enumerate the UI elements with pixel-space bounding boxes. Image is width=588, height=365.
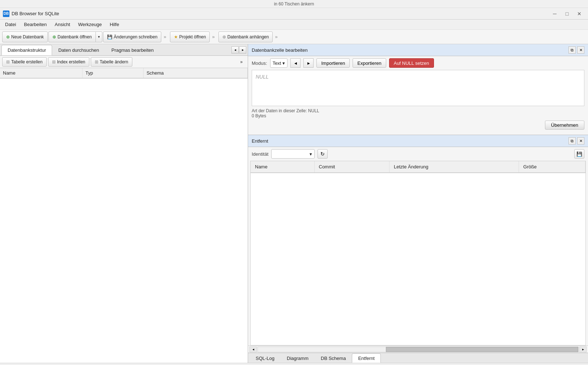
null-button[interactable]: Auf NULL setzen bbox=[389, 58, 434, 68]
left-panel: Datenbankstruktur Daten durchsuchen Prag… bbox=[0, 44, 248, 363]
structure-table: Name Typ Schema bbox=[0, 68, 248, 79]
scroll-thumb bbox=[386, 347, 578, 352]
toolbar-more-2: » bbox=[212, 34, 214, 39]
projekt-offnen-button[interactable]: ★ Projekt öffnen bbox=[170, 32, 210, 42]
tabelle-erstellen-label: Tabelle erstellen bbox=[11, 59, 43, 64]
cell-textarea[interactable]: NULL bbox=[252, 70, 584, 106]
datenbank-offnen-dropdown[interactable]: ▾ bbox=[95, 32, 102, 42]
menu-ansicht[interactable]: Ansicht bbox=[51, 20, 74, 29]
anderungen-schreiben-label: Änderungen schreiben bbox=[114, 34, 158, 39]
mode-label: Modus: bbox=[252, 60, 267, 66]
close-button[interactable]: ✕ bbox=[574, 9, 585, 18]
cell-editor-controls: ⧉ ✕ bbox=[568, 46, 584, 54]
window-title-partial: in 60 Tischen änkern bbox=[274, 1, 314, 7]
projekt-offnen-label: Projekt öffnen bbox=[179, 34, 206, 39]
cell-editor-restore[interactable]: ⧉ bbox=[568, 46, 576, 54]
status-bar: UTF-8 bbox=[0, 363, 588, 365]
tab-daten-durchsuchen[interactable]: Daten durchsuchen bbox=[52, 45, 105, 55]
cell-editor-header: Datenbankzelle bearbeiten ⧉ ✕ bbox=[248, 44, 588, 56]
scroll-left-button[interactable]: ◂ bbox=[250, 347, 257, 352]
menu-werkzeuge[interactable]: Werkzeuge bbox=[74, 20, 106, 29]
neue-datenbank-button[interactable]: ⊕ Neue Datenbank bbox=[2, 32, 48, 42]
remote-title: Entfernt bbox=[252, 138, 268, 144]
title-bar: DB DB Browser for SQLite ─ □ ✕ bbox=[0, 8, 588, 20]
remote-col-name: Name bbox=[251, 161, 314, 173]
col-schema-header: Schema bbox=[144, 68, 248, 78]
col-name-header: Name bbox=[0, 68, 82, 78]
datenbank-anhangen-button[interactable]: ⊕ Datenbank anhängen bbox=[218, 32, 273, 42]
remote-close[interactable]: ✕ bbox=[577, 137, 584, 144]
identity-refresh-button[interactable]: ↻ bbox=[318, 149, 328, 159]
left-tab-bar: Datenbankstruktur Daten durchsuchen Prag… bbox=[0, 44, 248, 56]
tab-datenbankstruktur[interactable]: Datenbankstruktur bbox=[1, 45, 52, 55]
projekt-offnen-icon: ★ bbox=[174, 34, 178, 39]
app-icon: DB bbox=[3, 11, 9, 17]
tab-nav-next[interactable]: ▸ bbox=[239, 46, 246, 54]
index-erstellen-label: Index erstellen bbox=[57, 59, 85, 64]
scroll-right-button[interactable]: ▸ bbox=[579, 347, 587, 352]
tab-diagramm[interactable]: Diagramm bbox=[281, 353, 315, 363]
tab-db-schema[interactable]: DB Schema bbox=[315, 353, 352, 363]
remote-restore[interactable]: ⧉ bbox=[568, 137, 576, 144]
menu-bar: Datei Bearbeiten Ansicht Werkzeuge Hilfe bbox=[0, 20, 588, 30]
datenbank-anhangen-icon: ⊕ bbox=[222, 34, 226, 39]
right-panel: Datenbankzelle bearbeiten ⧉ ✕ Modus: Tex… bbox=[248, 44, 588, 363]
menu-datei[interactable]: Datei bbox=[1, 20, 20, 29]
cell-type-text: Art der Daten in dieser Zelle: NULL bbox=[252, 108, 584, 113]
remote-col-letzte: Letzte Änderung bbox=[389, 161, 519, 173]
identity-chevron-icon: ▾ bbox=[310, 151, 312, 157]
tab-nav-prev[interactable]: ◂ bbox=[231, 46, 239, 54]
minimize-button[interactable]: ─ bbox=[549, 9, 561, 18]
datenbank-offnen-button[interactable]: ⊕ Datenbank öffnen bbox=[48, 32, 95, 42]
cell-actions: Übernehmen bbox=[248, 121, 588, 132]
neue-datenbank-icon: ⊕ bbox=[6, 34, 10, 39]
tabelle-erstellen-icon: ⊞ bbox=[6, 59, 10, 64]
ubernehmen-button[interactable]: Übernehmen bbox=[545, 121, 584, 130]
mode-chevron-icon: ▾ bbox=[282, 60, 285, 66]
main-toolbar: ⊕ Neue Datenbank ⊕ Datenbank öffnen ▾ 💾 … bbox=[0, 30, 588, 44]
identity-bar: Identität ▾ ↻ 💾 bbox=[248, 147, 588, 161]
main-container: Datenbankstruktur Daten durchsuchen Prag… bbox=[0, 44, 588, 363]
col-typ-header: Typ bbox=[82, 68, 144, 78]
identity-dropdown[interactable]: ▾ bbox=[271, 149, 315, 159]
tabelle-erstellen-button[interactable]: ⊞ Tabelle erstellen bbox=[2, 57, 47, 67]
cell-type-info: Art der Daten in dieser Zelle: NULL 0 By… bbox=[248, 106, 588, 121]
import-button[interactable]: Importieren bbox=[316, 58, 350, 68]
refresh-icon: ↻ bbox=[320, 151, 325, 157]
mode-dropdown[interactable]: Text ▾ bbox=[270, 58, 288, 68]
remote-header: Entfernt ⧉ ✕ bbox=[248, 135, 588, 147]
export-button[interactable]: Exportieren bbox=[353, 58, 386, 68]
cell-editor-panel: Datenbankzelle bearbeiten ⧉ ✕ Modus: Tex… bbox=[248, 44, 588, 135]
sub-toolbar-more[interactable]: » bbox=[237, 58, 246, 66]
index-erstellen-button[interactable]: ⊞ Index erstellen bbox=[48, 57, 89, 67]
mode-prev-btn[interactable]: ◂ bbox=[290, 58, 301, 68]
datenbank-offnen-icon: ⊕ bbox=[52, 34, 56, 39]
cell-null-value: NULL bbox=[252, 70, 584, 83]
identity-save-button[interactable]: 💾 bbox=[574, 149, 584, 159]
datenbank-offnen-group: ⊕ Datenbank öffnen ▾ bbox=[48, 32, 102, 42]
anderungen-schreiben-icon: 💾 bbox=[107, 34, 112, 39]
tab-pragmas-bearbeiten[interactable]: Pragmas bearbeiten bbox=[105, 45, 160, 55]
menu-hilfe[interactable]: Hilfe bbox=[106, 20, 123, 29]
remote-table: Name Commit Letzte Änderung Größe bbox=[251, 161, 585, 173]
tab-sql-log[interactable]: SQL-Log bbox=[250, 353, 281, 363]
anderungen-schreiben-button[interactable]: 💾 Änderungen schreiben bbox=[103, 32, 162, 42]
remote-col-grosse: Größe bbox=[519, 161, 585, 173]
db-sub-toolbar: ⊞ Tabelle erstellen ⊞ Index erstellen ⊞ … bbox=[0, 56, 248, 68]
scroll-track[interactable] bbox=[257, 347, 579, 352]
menu-bearbeiten[interactable]: Bearbeiten bbox=[20, 20, 50, 29]
app-title: DB Browser for SQLite bbox=[12, 11, 59, 16]
maximize-button[interactable]: □ bbox=[561, 9, 573, 18]
cell-editor-close[interactable]: ✕ bbox=[577, 46, 584, 54]
index-erstellen-icon: ⊞ bbox=[52, 59, 56, 64]
tab-entfernt[interactable]: Entfernt bbox=[352, 353, 381, 363]
remote-controls: ⧉ ✕ bbox=[568, 137, 584, 144]
save-icon: 💾 bbox=[576, 151, 582, 157]
title-bar-controls: ─ □ ✕ bbox=[549, 9, 585, 18]
mode-next-btn[interactable]: ▸ bbox=[303, 58, 314, 68]
datenbank-offnen-label: Datenbank öffnen bbox=[57, 34, 92, 39]
remote-scrollbar: ◂ ▸ bbox=[248, 345, 588, 353]
remote-panel: Entfernt ⧉ ✕ Identität ▾ ↻ 💾 bbox=[248, 135, 588, 353]
mode-bar: Modus: Text ▾ ◂ ▸ Importieren Exportiere… bbox=[248, 56, 588, 70]
tabelle-andern-button[interactable]: ⊞ Tabelle ändern bbox=[91, 57, 132, 67]
